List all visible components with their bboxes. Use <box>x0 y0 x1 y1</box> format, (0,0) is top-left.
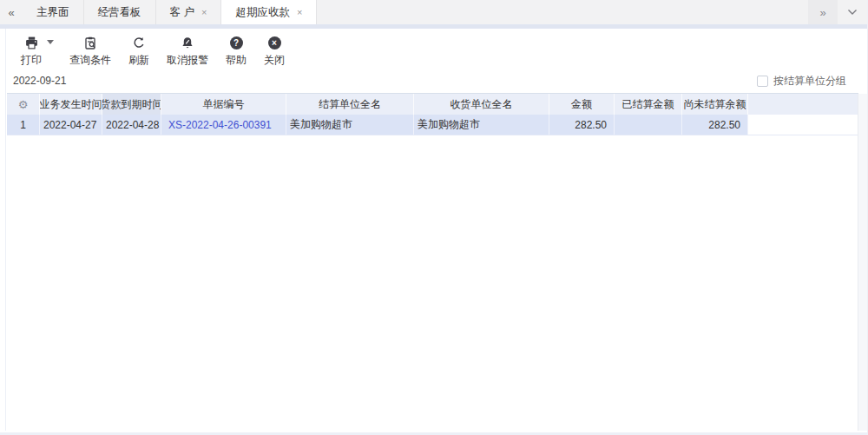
print-button[interactable]: 打印 <box>12 35 50 69</box>
row-filler-cell <box>748 115 858 135</box>
group-by-checkbox[interactable] <box>757 76 768 87</box>
close-icon: × <box>268 36 281 50</box>
tab-overdue-receivables[interactable]: 超期应收款 × <box>221 0 317 24</box>
print-label: 打印 <box>21 53 42 68</box>
refresh-label: 刷新 <box>128 53 149 68</box>
tab-label: 经营看板 <box>98 5 141 20</box>
business-date-cell: 2022-04-27 <box>40 115 102 135</box>
tabs-dropdown-button[interactable] <box>838 0 867 24</box>
column-header-filler <box>748 94 858 115</box>
receivables-grid: ⚙ 业务发生时间 货款到期时间 单据编号 结算单位全名 收货单位全名 金额 已结… <box>7 93 858 135</box>
help-label: 帮助 <box>226 53 247 68</box>
refresh-icon <box>132 36 146 50</box>
toolbar: 打印 查询条件 刷新 取消报警 ? <box>6 29 867 69</box>
grid-header-row: ⚙ 业务发生时间 货款到期时间 单据编号 结算单位全名 收货单位全名 金额 已结… <box>7 94 858 115</box>
tab-label: 超期应收款 <box>235 5 290 20</box>
query-conditions-icon <box>83 36 97 50</box>
cancel-alarm-button[interactable]: 取消报警 <box>158 35 217 69</box>
settlement-unit-cell: 美加购物超市 <box>286 115 414 135</box>
tabs-overflow-button[interactable]: » <box>808 0 838 24</box>
alarm-bell-icon <box>181 36 194 50</box>
tab-close-icon[interactable]: × <box>201 8 207 17</box>
query-conditions-button[interactable]: 查询条件 <box>61 35 120 69</box>
column-header-settled-amount[interactable]: 已结算金额 <box>615 94 682 115</box>
tab-bar: « 主界面 经营看板 客 户 × 超期应收款 × » <box>0 0 867 24</box>
amount-cell: 282.50 <box>549 115 615 135</box>
group-by-settlement-toggle[interactable]: 按结算单位分组 <box>757 74 846 89</box>
printer-icon <box>24 36 39 50</box>
close-button[interactable]: × 关闭 <box>255 35 293 69</box>
column-header-amount[interactable]: 金额 <box>549 94 615 115</box>
due-date-cell: 2022-04-28 <box>102 115 161 135</box>
doc-no-link[interactable]: XS-2022-04-26-00391 <box>161 115 286 135</box>
gear-icon: ⚙ <box>18 98 29 111</box>
column-header-doc-no[interactable]: 单据编号 <box>161 94 286 115</box>
column-header-business-date[interactable]: 业务发生时间 <box>40 94 102 115</box>
settled-amount-cell <box>615 115 682 135</box>
unsettled-balance-cell: 282.50 <box>682 115 748 135</box>
column-header-due-date[interactable]: 货款到期时间 <box>102 94 161 115</box>
help-button[interactable]: ? 帮助 <box>217 35 255 69</box>
column-header-unsettled-balance[interactable]: 尚未结算余额 <box>682 94 748 115</box>
chevron-double-right-icon: » <box>819 6 825 19</box>
tab-label: 客 户 <box>170 5 194 20</box>
tab-customer[interactable]: 客 户 × <box>156 0 222 24</box>
table-row[interactable]: 1 2022-04-27 2022-04-28 XS-2022-04-26-00… <box>7 115 858 135</box>
app-window: « 主界面 经营看板 客 户 × 超期应收款 × » <box>0 0 868 435</box>
column-settings-button[interactable]: ⚙ <box>7 94 40 115</box>
group-by-label: 按结算单位分组 <box>773 74 846 89</box>
row-number-cell: 1 <box>7 115 40 135</box>
refresh-button[interactable]: 刷新 <box>120 35 158 69</box>
vertical-scrollbar[interactable] <box>858 94 867 431</box>
receiving-unit-cell: 美加购物超市 <box>414 115 549 135</box>
cancel-alarm-label: 取消报警 <box>167 53 208 68</box>
query-conditions-label: 查询条件 <box>69 53 111 68</box>
tab-dashboard[interactable]: 经营看板 <box>84 0 156 24</box>
tab-main[interactable]: 主界面 <box>23 0 84 24</box>
filter-row: 2022-09-21 按结算单位分组 <box>6 69 867 93</box>
column-header-receiving-unit[interactable]: 收货单位全名 <box>414 94 549 115</box>
tabs-scroll-left-button[interactable]: « <box>0 0 23 24</box>
tab-close-icon[interactable]: × <box>297 8 302 17</box>
column-header-settlement-unit[interactable]: 结算单位全名 <box>286 94 414 115</box>
tabbar-spacer <box>317 0 808 24</box>
chevron-double-left-icon: « <box>8 6 14 19</box>
tab-label: 主界面 <box>36 5 69 20</box>
report-date: 2022-09-21 <box>13 75 66 87</box>
close-label: 关闭 <box>264 53 285 68</box>
content-panel: 打印 查询条件 刷新 取消报警 ? <box>5 29 867 431</box>
chevron-down-icon <box>847 9 858 16</box>
help-icon: ? <box>230 36 243 50</box>
print-dropdown-caret[interactable] <box>47 40 54 44</box>
